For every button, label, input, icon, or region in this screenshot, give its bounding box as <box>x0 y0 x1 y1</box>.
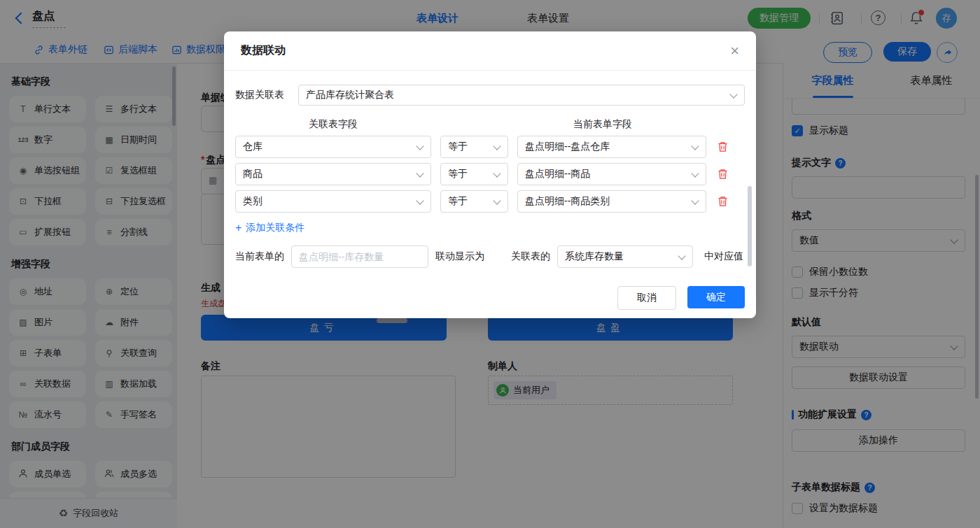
linked-table-select[interactable]: 产品库存统计聚合表 <box>298 85 745 106</box>
linked-field-select[interactable]: 类别 <box>235 190 431 213</box>
chevron-down-icon <box>493 197 500 204</box>
chevron-down-icon <box>416 197 424 204</box>
close-icon[interactable]: × <box>730 43 739 59</box>
linkage-display-as: 联动显示为 <box>435 250 484 263</box>
linked-value-select[interactable]: 系统库存数量 <box>557 245 693 268</box>
linked-table-label: 数据关联表 <box>235 89 298 101</box>
chevron-down-icon <box>691 169 699 177</box>
col-current-form-field: 当前表单字段 <box>508 118 697 131</box>
dialog-title: 数据联动 <box>241 43 286 58</box>
of-linked-table: 关联表的 <box>511 250 550 263</box>
operator-select[interactable]: 等于 <box>440 190 508 213</box>
current-form-field-input[interactable] <box>291 245 428 268</box>
condition-row: 类别 等于 盘点明细--商品类别 <box>235 190 745 213</box>
chevron-down-icon <box>493 142 500 150</box>
chevron-down-icon <box>691 197 699 204</box>
condition-row: 商品 等于 盘点明细--商品 <box>235 163 745 185</box>
form-field-select[interactable]: 盘点明细--商品类别 <box>517 190 706 213</box>
operator-select[interactable]: 等于 <box>440 136 508 158</box>
trash-icon <box>718 169 728 180</box>
trash-icon <box>718 141 728 152</box>
linked-table-row: 数据关联表 产品库存统计聚合表 <box>235 85 745 106</box>
chevron-down-icon <box>493 169 500 177</box>
trash-icon <box>718 196 728 207</box>
corresponding-value-suffix: 中对应值 <box>704 250 743 263</box>
chevron-down-icon <box>678 252 685 259</box>
delete-condition-button[interactable] <box>718 169 728 180</box>
form-field-select[interactable]: 盘点明细--商品 <box>517 163 706 185</box>
linkage-mapping-row: 当前表单的 联动显示为 关联表的 系统库存数量 中对应值 <box>235 245 745 268</box>
dialog-header: 数据联动 × <box>224 31 756 71</box>
cancel-button[interactable]: 取消 <box>617 286 676 310</box>
condition-row: 仓库 等于 盘点明细--盘点仓库 <box>235 136 745 158</box>
dialog-scrollbar[interactable] <box>748 186 752 266</box>
linked-field-select[interactable]: 商品 <box>235 163 431 185</box>
chevron-down-icon <box>691 142 699 150</box>
chevron-down-icon <box>416 169 424 177</box>
col-linked-table-field: 关联表字段 <box>235 118 431 131</box>
delete-condition-button[interactable] <box>718 196 728 207</box>
linked-field-select[interactable]: 仓库 <box>235 136 431 158</box>
add-condition-link[interactable]: + 添加关联条件 <box>235 222 745 234</box>
condition-column-headers: 关联表字段 当前表单字段 <box>235 118 745 131</box>
chevron-down-icon <box>416 142 424 150</box>
chevron-down-icon <box>729 90 737 98</box>
form-field-select[interactable]: 盘点明细--盘点仓库 <box>517 136 706 158</box>
confirm-button[interactable]: 确定 <box>687 286 745 308</box>
data-linkage-dialog: 数据联动 × 数据关联表 产品库存统计聚合表 关联表字段 当前表单字段 仓库 等… <box>224 31 756 318</box>
dialog-body: 数据关联表 产品库存统计聚合表 关联表字段 当前表单字段 仓库 等于 盘点明细-… <box>224 85 756 310</box>
plus-icon: + <box>235 222 241 234</box>
operator-select[interactable]: 等于 <box>440 163 508 185</box>
current-form-prefix: 当前表单的 <box>235 250 284 263</box>
dialog-footer: 取消 确定 <box>235 286 745 310</box>
delete-condition-button[interactable] <box>718 141 728 152</box>
